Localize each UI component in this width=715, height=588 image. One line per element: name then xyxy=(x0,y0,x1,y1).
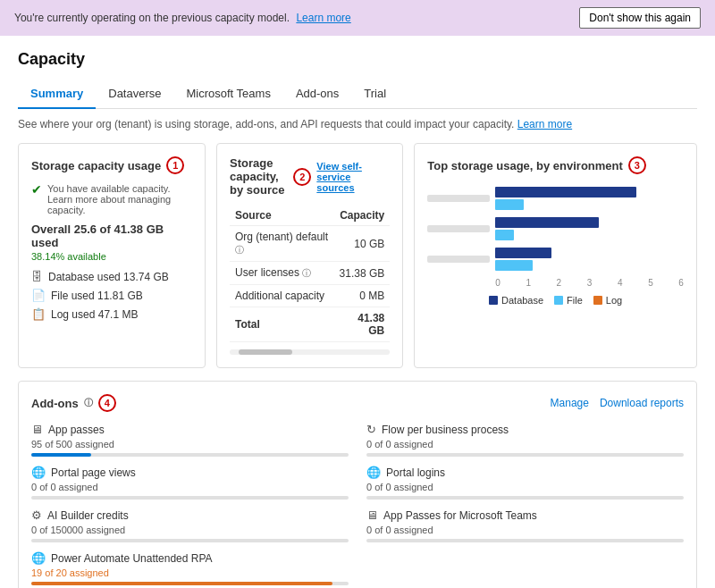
addon-count-2: 0 of 0 assigned xyxy=(31,482,349,492)
info-text: See where your org (tenant) is using sto… xyxy=(18,118,697,130)
row-cap-2: 0 MB xyxy=(333,285,390,307)
tab-dataverse[interactable]: Dataverse xyxy=(96,80,173,109)
row-cap-total: 41.38 GB xyxy=(333,307,390,342)
bar-db-1 xyxy=(495,217,599,228)
addon-bar-bg-5 xyxy=(366,539,684,542)
banner-text: You're currently operating on the previo… xyxy=(14,12,351,24)
storage-card-header: Storage capacity usage 1 xyxy=(31,156,192,174)
view-self-service-link[interactable]: View self-service sources xyxy=(316,161,390,193)
banner-message: You're currently operating on the previo… xyxy=(14,12,290,24)
addon-bar-fill-0 xyxy=(31,453,91,457)
top-storage-card: Top storage usage, by environment 3 xyxy=(414,143,697,368)
addon-label-4: AI Builder credits xyxy=(47,509,129,522)
addon-icon-5: 🖥 xyxy=(366,508,378,522)
overall-usage: Overall 25.6 of 41.38 GB used xyxy=(31,223,192,249)
dont-show-again-button[interactable]: Don't show this again xyxy=(579,7,701,29)
bar-group-2 xyxy=(495,248,684,271)
addon-label-5: App Passes for Microsoft Teams xyxy=(383,509,537,522)
top-badge: 3 xyxy=(628,156,646,174)
source-table: Source Capacity Org (tenant) default ⓘ 1… xyxy=(230,206,390,342)
usage-item-db: 🗄 Database used 13.74 GB xyxy=(31,270,192,283)
legend-file-label: File xyxy=(567,295,583,306)
addon-icon-3: 🌐 xyxy=(366,466,381,479)
table-row: Additional capacity 0 MB xyxy=(230,285,390,307)
addons-badge: 4 xyxy=(98,394,116,412)
row-source-0: Org (tenant) default ⓘ xyxy=(230,226,333,262)
addon-name-3: 🌐 Portal logins xyxy=(366,466,684,479)
addon-bar-fill-6 xyxy=(31,582,332,585)
tab-trial[interactable]: Trial xyxy=(351,80,399,109)
bar-db-2 xyxy=(495,248,551,258)
db-icon: 🗄 xyxy=(31,270,43,283)
notification-banner: You're currently operating on the previo… xyxy=(0,0,715,36)
addon-icon-4: ⚙ xyxy=(31,508,42,522)
addons-card: Add-ons ⓘ 4 Manage Download reports 🖥 Ap… xyxy=(18,381,697,588)
row-source-total: Total xyxy=(230,307,333,342)
cards-row: Storage capacity usage 1 ✔ You have avai… xyxy=(18,143,697,368)
addon-icon-2: 🌐 xyxy=(31,466,46,479)
row-source-2: Additional capacity xyxy=(230,285,333,307)
avail-message: ✔ You have available capacity. Learn mor… xyxy=(31,183,192,215)
info-icon-0[interactable]: ⓘ xyxy=(235,245,244,255)
col-source: Source xyxy=(230,206,333,226)
bar-file-0 xyxy=(495,199,524,210)
banner-learn-more-link[interactable]: Learn more xyxy=(296,12,350,24)
addons-actions: Manage Download reports xyxy=(551,397,684,409)
tab-summary[interactable]: Summary xyxy=(18,80,96,109)
addon-bar-bg-4 xyxy=(31,539,349,542)
addon-item-2: 🌐 Portal page views 0 of 0 assigned xyxy=(31,466,349,500)
source-card-title2: by source xyxy=(230,183,288,197)
addons-info-icon[interactable]: ⓘ xyxy=(84,397,93,409)
addon-bar-bg-0 xyxy=(31,453,349,457)
addon-name-5: 🖥 App Passes for Microsoft Teams xyxy=(366,508,684,522)
bar-file-1 xyxy=(495,230,514,240)
addon-bar-bg-3 xyxy=(366,496,684,500)
scroll-bar[interactable] xyxy=(230,349,390,355)
legend-db: Database xyxy=(489,295,543,306)
addon-item-0: 🖥 App passes 95 of 500 assigned xyxy=(31,423,349,457)
tab-bar: Summary Dataverse Microsoft Teams Add-on… xyxy=(18,80,697,109)
addon-icon-6: 🌐 xyxy=(31,551,46,565)
addon-label-0: App passes xyxy=(48,424,105,436)
storage-capacity-card: Storage capacity usage 1 ✔ You have avai… xyxy=(18,143,206,368)
manage-link[interactable]: Manage xyxy=(551,397,589,409)
addon-count-3: 0 of 0 assigned xyxy=(366,482,684,492)
bar-label-1 xyxy=(427,225,490,232)
addon-item-1: ↻ Flow per business process 0 of 0 assig… xyxy=(366,423,684,457)
bar-row-1 xyxy=(427,217,684,240)
col-capacity: Capacity xyxy=(333,206,390,226)
info-learn-more-link[interactable]: Learn more xyxy=(517,118,572,130)
addon-label-6: Power Automate Unattended RPA xyxy=(51,552,213,565)
source-badge: 2 xyxy=(293,168,311,186)
tab-addons[interactable]: Add-ons xyxy=(283,80,351,109)
bar-label-0 xyxy=(427,195,490,202)
legend-log: Log xyxy=(593,295,622,306)
info-icon-1[interactable]: ⓘ xyxy=(302,268,311,278)
top-card-header: Top storage usage, by environment 3 xyxy=(427,156,684,174)
addon-name-4: ⚙ AI Builder credits xyxy=(31,508,349,522)
download-reports-link[interactable]: Download reports xyxy=(600,397,684,409)
available-pct: 38.14% available xyxy=(31,251,106,262)
bar-legend: Database File Log xyxy=(427,295,684,306)
table-row: Org (tenant) default ⓘ 10 GB xyxy=(230,226,390,262)
table-row: User licenses ⓘ 31.38 GB xyxy=(230,262,390,285)
top-card-title: Top storage usage, by environment xyxy=(427,159,623,172)
addons-header: Add-ons ⓘ 4 Manage Download reports xyxy=(31,394,684,412)
tab-microsoft-teams[interactable]: Microsoft Teams xyxy=(174,80,283,109)
legend-file: File xyxy=(554,295,583,306)
addon-label-1: Flow per business process xyxy=(382,424,509,436)
scroll-thumb xyxy=(239,349,292,355)
addon-item-6: 🌐 Power Automate Unattended RPA 19 of 20… xyxy=(31,551,349,585)
page-title: Capacity xyxy=(18,50,697,69)
legend-log-label: Log xyxy=(606,295,622,306)
file-label: File used 11.81 GB xyxy=(51,290,143,302)
table-row: Total 41.38 GB xyxy=(230,307,390,342)
legend-log-dot xyxy=(593,296,602,305)
row-source-1: User licenses ⓘ xyxy=(230,262,333,285)
source-card-title: Storage capacity, xyxy=(230,156,288,183)
addons-title: Add-ons ⓘ 4 xyxy=(31,394,116,412)
log-label: Log used 47.1 MB xyxy=(51,308,138,321)
addon-name-0: 🖥 App passes xyxy=(31,423,349,436)
addon-icon-1: ↻ xyxy=(366,423,376,436)
addon-count-1: 0 of 0 assigned xyxy=(366,439,684,449)
